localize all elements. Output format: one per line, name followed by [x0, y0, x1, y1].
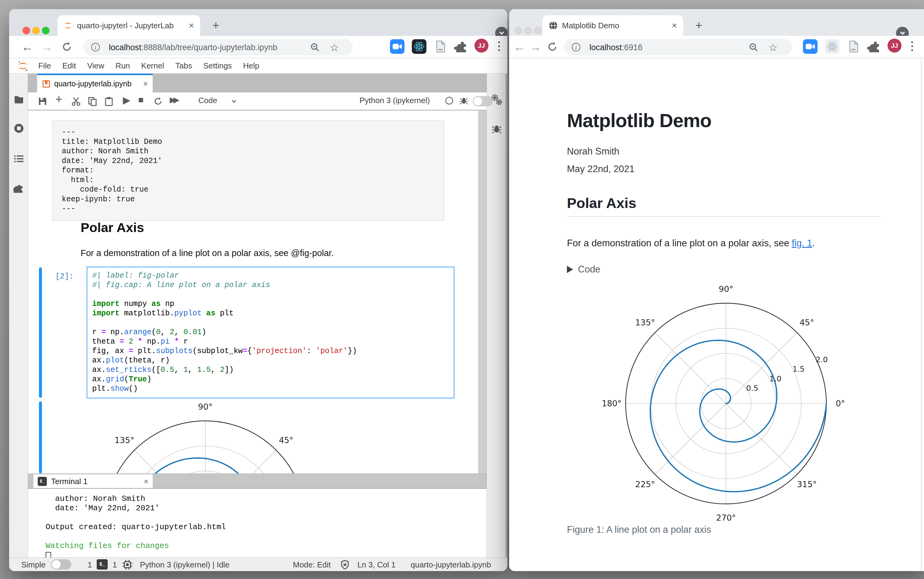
simple-mode-toggle[interactable] — [51, 559, 71, 569]
browser-menu-icon[interactable] — [498, 41, 500, 43]
zoom-window-button[interactable] — [534, 27, 542, 34]
copy-cells-button[interactable] — [88, 96, 97, 108]
menu-tabs[interactable]: Tabs — [175, 61, 192, 70]
close-window-button[interactable] — [23, 27, 30, 34]
address-bar[interactable]: i localhost:8888/lab/tree/quarto-jupyter… — [83, 39, 353, 56]
add-cell-button[interactable]: + — [56, 92, 62, 106]
zoom-extension-icon[interactable] — [390, 39, 404, 54]
document-extension-icon[interactable] — [846, 39, 861, 54]
yaml-raw-cell[interactable]: ---title: Matplotlib Demoauthor: Norah S… — [52, 120, 444, 221]
kernel-name-button[interactable]: Python 3 (ipykernel) — [360, 96, 430, 105]
code-line: ax.set_rticks([0.5, 1, 1.5, 2]) — [92, 365, 449, 375]
notebook-scrollbar[interactable] — [478, 111, 487, 473]
terminal-line: author: Norah Smith — [46, 494, 487, 504]
browser-avatar[interactable]: JJ — [888, 39, 901, 52]
titlebar[interactable]: quarto-jupyterl - JupyterLab × + — [9, 9, 507, 36]
zoom-window-button[interactable] — [42, 27, 49, 34]
table-of-contents-icon[interactable] — [13, 153, 25, 165]
save-button[interactable] — [38, 96, 47, 108]
zoom-page-icon[interactable] — [310, 43, 320, 54]
menu-file[interactable]: File — [38, 61, 51, 70]
minimize-window-button[interactable] — [524, 27, 532, 34]
cell-type-dropdown[interactable]: Code — [198, 96, 217, 105]
reload-button[interactable] — [546, 41, 558, 54]
forward-button[interactable]: → — [529, 40, 541, 54]
file-browser-icon[interactable] — [13, 94, 25, 106]
notebook-tab[interactable]: quarto-jupyterlab.ipynb × — [37, 74, 153, 92]
jupyterlab-menubar: FileEditViewRunKernelTabsSettingsHelp — [9, 58, 507, 74]
code-line — [92, 290, 449, 299]
site-info-icon[interactable]: i — [91, 43, 100, 51]
forward-button[interactable]: → — [41, 40, 53, 54]
react-devtools-extension-icon[interactable] — [825, 39, 839, 54]
menu-settings[interactable]: Settings — [203, 61, 232, 70]
reload-button[interactable] — [61, 41, 73, 54]
menu-run[interactable]: Run — [116, 61, 130, 70]
zoom-page-icon[interactable] — [749, 43, 759, 54]
puzzle-extensions-icon[interactable] — [454, 39, 468, 54]
toolbar-bug-icon[interactable] — [459, 96, 468, 107]
figure-link[interactable]: fig. 1 — [792, 238, 812, 249]
shield-x-icon — [340, 560, 350, 571]
left-activity-bar — [9, 74, 28, 558]
terminal-output[interactable]: author: Norah Smith date: 'May 22nd, 202… — [28, 488, 487, 558]
zoom-extension-icon[interactable] — [803, 39, 818, 54]
titlebar[interactable]: Matplotlib Demo × + — [509, 9, 924, 36]
figure-caption: Figure 1: A line plot on a polar axis — [567, 524, 711, 535]
svg-text:225°: 225° — [635, 479, 655, 489]
notebook-tab-close-icon[interactable]: × — [143, 79, 148, 88]
tab-close-icon[interactable]: × — [188, 20, 194, 31]
toolbar-toggle[interactable] — [473, 96, 493, 106]
running-kernels-icon[interactable] — [13, 123, 25, 135]
puzzle-extensions-icon[interactable] — [867, 39, 881, 54]
doc-date: May 22nd, 2021 — [567, 164, 635, 175]
run-cell-button[interactable]: ▶ — [123, 94, 131, 106]
debugger-bug-icon[interactable] — [491, 123, 502, 136]
terminal-tab[interactable]: $_ Terminal 1 × — [33, 474, 153, 488]
menu-kernel[interactable]: Kernel — [141, 61, 164, 70]
yaml-line: code-fold: true — [62, 185, 435, 195]
line-col-indicator[interactable]: Ln 3, Col 1 — [357, 560, 396, 569]
terminal-tab-close-icon[interactable]: × — [144, 477, 149, 486]
restart-run-all-button[interactable]: ▶▶ — [170, 95, 177, 105]
mode-indicator[interactable]: Mode: Edit — [293, 560, 330, 569]
browser-avatar[interactable]: JJ — [474, 39, 489, 52]
code-cell-editor[interactable]: #| label: fig-polar#| fig.cap: A line pl… — [87, 267, 455, 398]
menu-help[interactable]: Help — [243, 61, 259, 70]
back-button[interactable]: ← — [21, 40, 33, 54]
new-tab-button[interactable]: + — [695, 21, 702, 30]
browser-tab[interactable]: quarto-jupyterl - JupyterLab × — [57, 15, 200, 36]
bookmark-star-icon[interactable]: ☆ — [330, 41, 339, 54]
cut-cells-button[interactable] — [71, 96, 81, 108]
svg-text:270°: 270° — [716, 513, 736, 522]
statusbar: Simple 1 $_ 1 Python 3 (ipykernel) | Idl… — [9, 558, 507, 571]
menu-edit[interactable]: Edit — [62, 61, 76, 70]
extension-manager-icon[interactable] — [13, 183, 25, 195]
notebook-heading: Polar Axis — [80, 220, 144, 235]
browser-menu-icon[interactable] — [911, 41, 913, 43]
svg-text:90°: 90° — [198, 402, 213, 411]
back-button[interactable]: ← — [514, 40, 526, 54]
restart-kernel-button[interactable] — [153, 96, 163, 108]
paste-cells-button[interactable] — [104, 96, 114, 108]
address-bar[interactable]: i localhost:6916 ☆ — [564, 39, 792, 56]
site-info-icon[interactable]: i — [572, 43, 580, 51]
react-devtools-extension-icon[interactable] — [412, 39, 427, 54]
document-extension-icon[interactable] — [433, 39, 448, 54]
page-scrollbar[interactable] — [921, 58, 922, 571]
tab-close-icon[interactable]: × — [672, 20, 677, 31]
new-tab-button[interactable]: + — [212, 21, 219, 30]
bookmark-star-icon[interactable]: ☆ — [768, 41, 777, 54]
cell-collapser[interactable] — [39, 267, 42, 398]
simple-mode-label: Simple — [21, 560, 45, 569]
notebook-content: ---title: Matplotlib Demoauthor: Norah S… — [28, 111, 478, 473]
browser-tab[interactable]: Matplotlib Demo × — [543, 15, 683, 36]
rendered-document: Matplotlib Demo Norah Smith May 22nd, 20… — [509, 58, 924, 571]
code-line: import numpy as np — [92, 299, 449, 309]
kernel-status-icon — [445, 97, 453, 105]
kernel-status-text[interactable]: Python 3 (ipykernel) | Idle — [140, 560, 229, 569]
interrupt-kernel-button[interactable]: ■ — [138, 95, 144, 105]
close-window-button[interactable] — [515, 27, 522, 34]
minimize-window-button[interactable] — [32, 27, 40, 34]
menu-view[interactable]: View — [87, 61, 104, 70]
